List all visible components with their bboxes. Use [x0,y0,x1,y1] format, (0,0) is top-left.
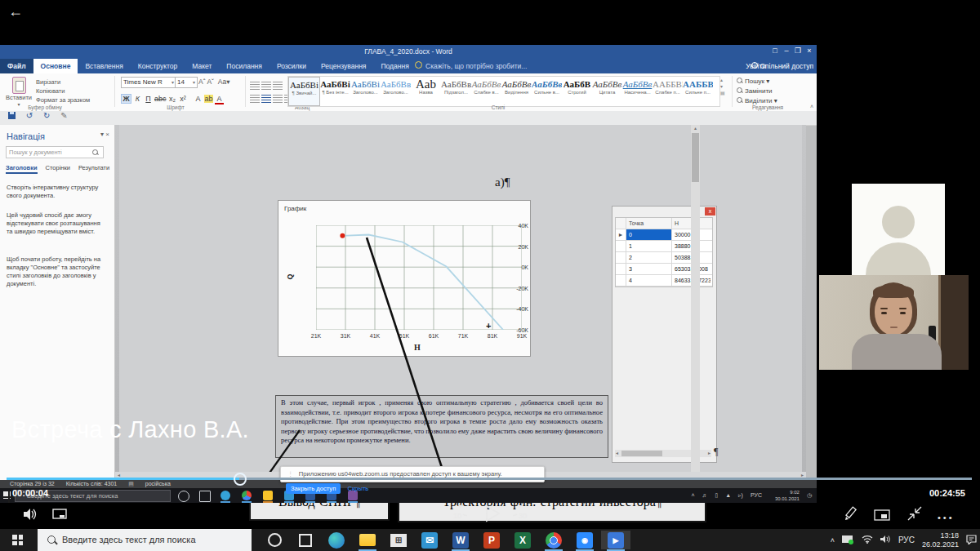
font-style-button[interactable]: Ж [121,94,131,104]
language-badge[interactable]: РУС [898,535,915,544]
nav-tab-Сторінки[interactable]: Сторінки [46,164,70,174]
seek-handle[interactable] [234,473,247,486]
word-count[interactable]: Кількість слів: 4301 [66,481,118,487]
play-icon[interactable] [483,504,501,527]
ribbon-tab-Подання[interactable]: Подання [373,59,416,73]
cut-button[interactable]: Вирізати [36,78,60,86]
vertical-scrollbar[interactable]: ▴▾ [691,125,700,480]
font-color-button[interactable]: ab [204,95,213,103]
powerpoint-icon[interactable]: P [477,531,506,549]
hide-banner-button[interactable]: Скрыть [347,485,368,492]
style-item[interactable]: АаБбВвНасичена... [622,77,653,106]
minimize-icon[interactable]: – [781,47,792,55]
font-size-combo[interactable]: 14 ▾ [175,77,198,88]
style-item[interactable]: ААББВІСлабке п... [653,77,683,106]
store-icon[interactable]: ⊞ [384,531,413,549]
ribbon-tab-Розсилки[interactable]: Розсилки [270,59,314,73]
taskbar-search-box[interactable]: Введите здесь текст для поиска [38,529,252,551]
display-cast-icon[interactable] [842,535,854,546]
mini-player-icon[interactable] [874,509,890,524]
chrome-icon[interactable] [539,531,568,549]
grow-shrink-font-buttons[interactable]: Aˆ Aˇ Аа▾ [198,78,229,86]
restore-icon[interactable]: ❐ [792,47,804,55]
editing-Пошук[interactable]: Пошук ▾ [737,77,777,87]
task-view-icon[interactable] [291,531,320,549]
cortana-icon[interactable] [178,491,189,502]
forward-30-icon[interactable]: 30 [513,504,532,527]
seek-bar[interactable] [7,478,972,480]
start-icon[interactable] [3,491,11,500]
proofing-icon[interactable]: ▤ [128,481,134,487]
participant-video[interactable] [819,275,969,370]
draw-pencil-icon[interactable] [843,506,859,526]
action-center-icon[interactable] [966,535,977,546]
edge-icon[interactable] [220,491,230,500]
recorded-clock[interactable]: 9:0230.01.2021 [769,489,800,502]
style-item[interactable]: АаБбВвСильне в... [532,77,562,106]
nav-search-input[interactable]: Пошук у документі [6,146,104,158]
word-icon[interactable]: W [446,531,475,549]
paste-button[interactable]: Вставити ▾ [5,77,33,107]
style-item[interactable]: АаБбВСтрогий [562,77,592,106]
editing-Замінити[interactable]: Замінити [737,87,777,96]
edge-icon[interactable] [322,531,351,549]
nav-tab-Заголовки[interactable]: Заголовки [6,164,38,174]
ribbon-tab-Файл[interactable]: Файл [0,59,33,73]
volume-icon[interactable] [880,535,891,545]
nav-tab-Результати[interactable]: Результати [78,164,109,174]
display-icon[interactable] [52,509,67,523]
ribbon-tab-Посилання[interactable]: Посилання [219,59,270,73]
share-button[interactable]: Спільний доступ [751,59,813,73]
volume-icon[interactable] [23,508,38,524]
style-item[interactable]: АаБбВі¶ Без інте... [320,77,350,106]
network-icon[interactable]: ▲ [725,492,731,498]
more-options-icon[interactable]: ••• [938,513,955,522]
stop-share-button[interactable]: Закрыть доступ [286,483,341,494]
style-item[interactable]: АаБбВвСлабке в... [471,77,501,106]
collapse-ribbon-icon[interactable]: ˄ [810,104,813,109]
battery-icon[interactable]: ▯ [715,492,718,498]
style-item[interactable]: АаБбВвГЗаголово... [381,77,411,106]
save-icon[interactable] [8,112,16,119]
task-view-icon[interactable] [199,491,211,502]
file-explorer-icon[interactable] [353,531,382,549]
font-color-button[interactable]: А [194,95,203,103]
movies-tv-icon[interactable]: ▶ [601,531,630,549]
font-style-button[interactable]: x² [179,95,188,103]
font-color-button[interactable]: А [215,95,224,104]
table-close-icon[interactable]: x [705,207,715,216]
font-style-button[interactable]: x₂ [168,95,177,103]
copy-button[interactable]: Копіювати [36,87,65,95]
undo-icon[interactable]: ↺ [26,111,33,120]
style-item[interactable]: АаБбВіЗаголово... [350,77,381,106]
style-item[interactable]: АаБбВі¶ Звичай... [288,77,320,106]
participant-video-off[interactable] [852,184,945,275]
style-item[interactable]: АаБбВвВиділення [501,77,532,106]
wifi-icon[interactable] [862,535,873,545]
style-item[interactable]: АаbНазва [411,77,441,106]
microphone-icon[interactable]: ♬ [702,492,707,498]
format-painter-button[interactable]: Формат за зразком [36,96,90,104]
zoom-icon[interactable]: ◉ [570,531,599,549]
ribbon-tab-Вставлення[interactable]: Вставлення [78,59,130,73]
styles-scroll-arrows[interactable]: ▴▾▤ [720,77,725,96]
rewind-10-icon[interactable]: 10 [448,504,467,527]
exit-fullscreen-icon[interactable] [906,505,923,525]
touch-mode-icon[interactable]: ✎ [60,111,67,120]
language-badge[interactable]: РУС [751,492,762,498]
font-style-button[interactable]: abc [154,95,167,103]
close-icon[interactable]: × [804,47,815,55]
start-button[interactable] [0,529,36,551]
ribbon-tab-Конструктор[interactable]: Конструктор [131,59,185,73]
style-item[interactable]: АаБбВвЦитата [592,77,622,106]
volume-icon[interactable]: ▹) [738,492,743,498]
redo-icon[interactable]: ↻ [43,111,50,120]
style-item[interactable]: ААББВСильне п... [683,77,713,106]
excel-icon[interactable]: X [508,531,537,549]
mail-icon[interactable]: ✉ [415,531,444,549]
font-style-button[interactable]: П [144,95,153,103]
cortana-icon[interactable] [260,531,289,549]
font-family-combo[interactable]: Times New R ▾ [121,77,176,88]
table-scroll-thumb[interactable] [621,451,662,456]
navigation-pane-controls[interactable]: ▾ × [100,131,109,138]
